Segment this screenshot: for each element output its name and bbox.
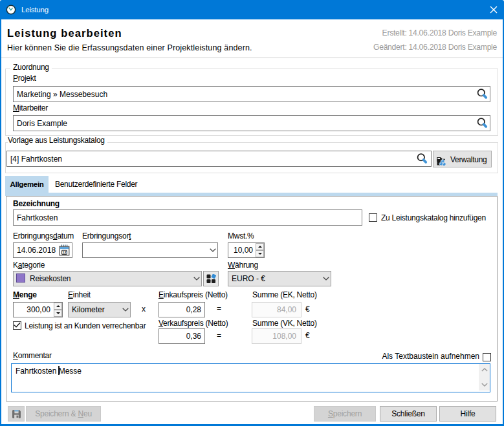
svg-text:12: 12 (62, 250, 67, 254)
